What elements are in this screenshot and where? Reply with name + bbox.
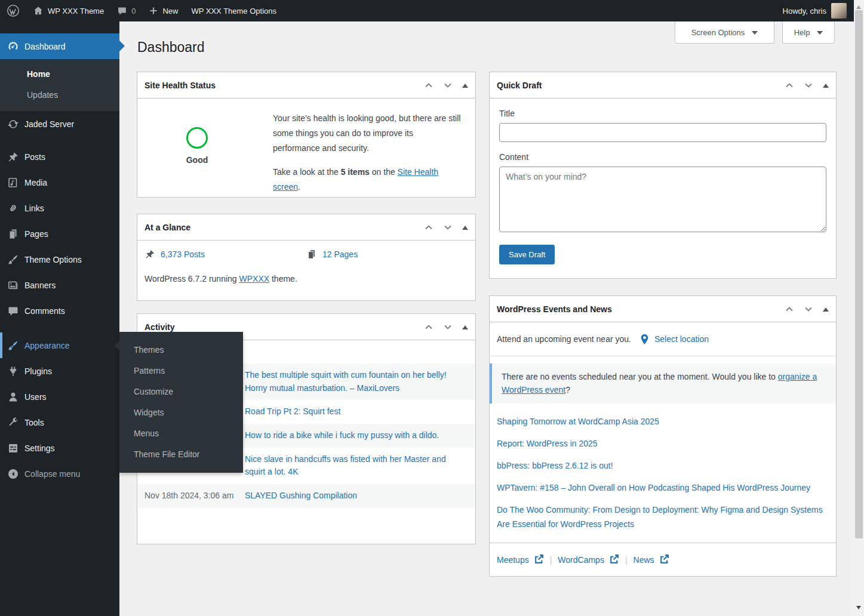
select-location-link[interactable]: Select location bbox=[654, 334, 709, 344]
collapse-widget-button[interactable] bbox=[823, 81, 829, 88]
move-down-button[interactable] bbox=[443, 322, 453, 332]
collapse-widget-button[interactable] bbox=[823, 304, 829, 312]
news-link[interactable]: News bbox=[634, 554, 669, 566]
chevron-down-icon bbox=[752, 31, 758, 38]
post-title-link[interactable]: The best multiple squirt with cum founta… bbox=[245, 369, 468, 395]
scroll-up-arrow[interactable] bbox=[856, 3, 861, 9]
collapse-widget-button[interactable] bbox=[462, 322, 468, 329]
health-status-circle bbox=[186, 127, 208, 149]
move-down-button[interactable] bbox=[804, 304, 813, 314]
sidebar-item-users[interactable]: Users bbox=[0, 384, 119, 409]
sidebar-item-label: Pages bbox=[24, 229, 48, 239]
sidebar-item-pages[interactable]: Pages bbox=[0, 221, 119, 247]
widget-title: WordPress Events and News bbox=[497, 304, 785, 314]
screen-options-tab[interactable]: Screen Options bbox=[675, 21, 774, 44]
appearance-brush-icon bbox=[7, 340, 19, 352]
sidebar-item-label: Tools bbox=[24, 418, 44, 427]
sidebar-item-comments[interactable]: Comments bbox=[0, 298, 119, 324]
news-item-link[interactable]: Do The Woo Community: From Design to Dep… bbox=[497, 503, 829, 531]
sidebar-item-dashboard[interactable]: Dashboard bbox=[0, 33, 119, 59]
sidebar-item-appearance[interactable]: Appearance bbox=[0, 332, 119, 358]
post-title-link[interactable]: Nice slave in handcuffs was fisted with … bbox=[245, 453, 468, 479]
brush-icon bbox=[7, 254, 19, 266]
draft-title-input[interactable] bbox=[499, 123, 826, 142]
text-segment: WordPress 6.7.2 running bbox=[144, 274, 239, 284]
widget-header: WordPress Events and News bbox=[490, 296, 836, 322]
wrench-icon bbox=[7, 417, 19, 429]
my-account-menu[interactable]: Howdy, chris bbox=[783, 0, 854, 21]
widget-title: Quick Draft bbox=[497, 81, 785, 90]
flyout-item-themes[interactable]: Themes bbox=[119, 340, 243, 361]
flyout-item-theme-file-editor[interactable]: Theme File Editor bbox=[119, 444, 243, 465]
widget-title: Site Health Status bbox=[144, 81, 424, 90]
news-item-link[interactable]: WPTavern: #158 – John Overall on How Pod… bbox=[497, 481, 829, 495]
news-item-link[interactable]: bbPress: bbPress 2.6.12 is out! bbox=[497, 458, 829, 473]
move-up-button[interactable] bbox=[424, 223, 433, 232]
comment-bubble-icon bbox=[117, 6, 127, 16]
news-item-link[interactable]: Shaping Tomorrow at WordCamp Asia 2025 bbox=[497, 414, 829, 429]
site-health-widget: Site Health Status Good Your site’s heal… bbox=[137, 72, 476, 198]
wordpress-icon bbox=[7, 4, 20, 17]
sidebar-item-label: Settings bbox=[24, 443, 55, 453]
scroll-down-arrow[interactable] bbox=[856, 606, 861, 612]
news-item-link[interactable]: Report: WordPress in 2025 bbox=[497, 436, 829, 451]
pushpin-icon bbox=[144, 249, 155, 260]
sidebar-item-media[interactable]: Media bbox=[0, 170, 119, 195]
wordcamps-link[interactable]: WordCamps bbox=[558, 554, 619, 566]
new-content-menu[interactable]: New bbox=[142, 0, 185, 21]
move-up-button[interactable] bbox=[785, 81, 794, 90]
post-title-link[interactable]: How to ride a bike while i fuck my pussy… bbox=[245, 429, 439, 442]
move-up-button[interactable] bbox=[424, 81, 433, 90]
flyout-item-customize[interactable]: Customize bbox=[119, 381, 243, 402]
external-link-icon bbox=[534, 554, 544, 566]
dashboard-submenu: Home Updates bbox=[0, 59, 119, 111]
theme-link[interactable]: WPXXX bbox=[239, 274, 270, 284]
plus-icon bbox=[149, 6, 158, 16]
sidebar-item-settings[interactable]: Settings bbox=[0, 435, 119, 461]
sidebar-item-links[interactable]: Links bbox=[0, 195, 119, 221]
flyout-item-widgets[interactable]: Widgets bbox=[119, 402, 243, 423]
widget-title: At a Glance bbox=[144, 223, 424, 232]
move-down-button[interactable] bbox=[443, 81, 453, 90]
vertical-scrollbar[interactable] bbox=[854, 0, 864, 616]
move-up-button[interactable] bbox=[424, 322, 433, 332]
sidebar-subitem-updates[interactable]: Updates bbox=[0, 85, 119, 106]
pages-count-link[interactable]: 12 Pages bbox=[322, 250, 358, 259]
move-down-button[interactable] bbox=[443, 223, 453, 232]
help-tab[interactable]: Help bbox=[782, 21, 835, 44]
new-label: New bbox=[162, 7, 178, 16]
dashboard-icon bbox=[7, 41, 19, 53]
sidebar-subitem-home[interactable]: Home bbox=[0, 64, 119, 85]
sidebar-item-label: Theme Options bbox=[24, 255, 82, 264]
collapse-widget-button[interactable] bbox=[462, 81, 468, 88]
move-up-button[interactable] bbox=[785, 304, 794, 314]
collapse-menu-button[interactable]: Collapse menu bbox=[0, 461, 119, 486]
collapse-widget-button[interactable] bbox=[462, 223, 468, 230]
post-title-link[interactable]: SLAYED Gushing Compilation bbox=[245, 489, 357, 503]
sidebar-item-jaded-server[interactable]: Jaded Server bbox=[0, 111, 119, 137]
wordpress-logo[interactable] bbox=[0, 0, 26, 21]
flyout-item-menus[interactable]: Menus bbox=[119, 423, 243, 444]
draft-content-textarea[interactable] bbox=[499, 167, 826, 232]
sidebar-item-theme-options[interactable]: Theme Options bbox=[0, 247, 119, 272]
sidebar-item-plugins[interactable]: Plugins bbox=[0, 358, 119, 384]
comments-count: 0 bbox=[131, 7, 136, 16]
help-label: Help bbox=[794, 28, 810, 37]
comments-menu[interactable]: 0 bbox=[110, 0, 142, 21]
theme-options-menu[interactable]: WP XXX Theme Options bbox=[185, 0, 283, 21]
flyout-item-patterns[interactable]: Patterns bbox=[119, 361, 243, 381]
posts-count-link[interactable]: 6,373 Posts bbox=[161, 250, 205, 259]
sidebar-item-banners[interactable]: Banners bbox=[0, 272, 119, 298]
external-link-icon bbox=[659, 554, 669, 566]
save-draft-button[interactable]: Save Draft bbox=[499, 245, 555, 264]
sidebar-item-posts[interactable]: Posts bbox=[0, 144, 119, 170]
meetups-link[interactable]: Meetups bbox=[497, 554, 544, 566]
site-name-menu[interactable]: WP XXX Theme bbox=[26, 0, 110, 21]
flyout-arrow bbox=[115, 341, 119, 350]
post-title-link[interactable]: Road Trip Pt 2: Squirt fest bbox=[245, 405, 340, 418]
scrollbar-thumb[interactable] bbox=[855, 10, 863, 538]
sidebar-separator bbox=[0, 137, 119, 144]
move-down-button[interactable] bbox=[804, 81, 813, 90]
screen-options-label: Screen Options bbox=[691, 28, 745, 37]
sidebar-item-tools[interactable]: Tools bbox=[0, 409, 119, 435]
